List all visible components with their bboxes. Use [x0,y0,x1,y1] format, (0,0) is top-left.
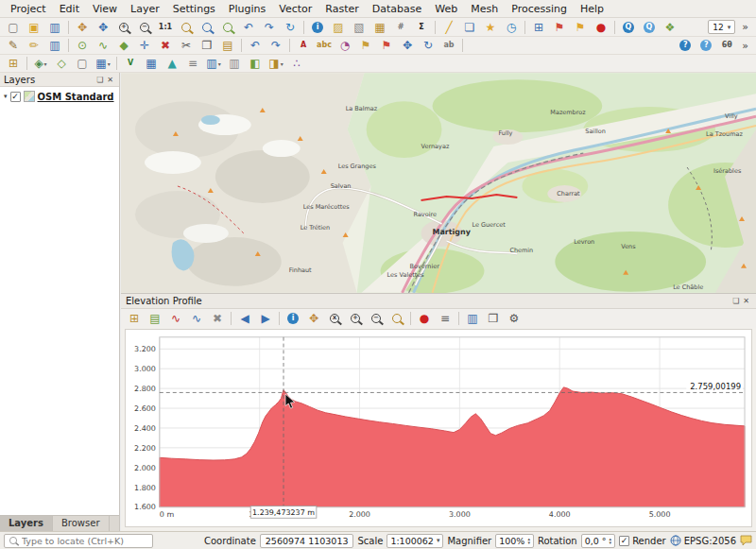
panel-tab-layers[interactable]: Layers [0,516,53,531]
toolbar-combo[interactable]: 12▾ [708,20,735,34]
text-annotation-icon[interactable]: A [294,38,313,54]
open-attribute-table-icon[interactable]: ▦ [370,19,389,35]
zoom-to-selection-icon[interactable] [198,19,216,35]
undock-panel-icon[interactable]: ❏ [730,297,741,305]
add-wms-layer-icon[interactable]: ◧ [246,56,265,72]
layer-item-osm-standard[interactable]: ▾ ✓ OSM Standard [2,90,117,103]
project-save-icon[interactable]: ▥ [45,19,64,35]
plugin-misc-icon[interactable]: ❖ [661,19,679,35]
menu-processing[interactable]: Processing [505,0,574,17]
coordinate-value[interactable]: 2560974 1103013 [260,534,354,548]
undo-icon[interactable]: ↶ [246,38,265,54]
zoom-x-axis-icon[interactable]: x [325,311,344,327]
locate-input[interactable] [22,536,148,546]
zoom-next-icon[interactable]: ↷ [260,19,279,35]
map-tips-icon[interactable]: ❏ [460,19,479,35]
identify-features-icon[interactable]: i [308,19,327,35]
menu-layer[interactable]: Layer [124,0,166,17]
nudge-right-icon[interactable]: ▶ [256,311,275,327]
rotation-spin[interactable]: 0,0 ° ▴▾ [581,534,615,548]
new-shapefile-icon[interactable]: ◇ [52,56,71,72]
save-edits-icon[interactable]: ▥ [45,38,64,54]
spin-arrows-icon[interactable]: ▴▾ [610,537,612,544]
menu-mesh[interactable]: Mesh [464,0,505,17]
menu-web[interactable]: Web [428,0,464,17]
magnifier-spin[interactable]: 100% ▴▾ [495,534,534,548]
expander-icon[interactable]: ▾ [4,93,8,100]
zoom-full-icon[interactable] [177,19,196,35]
layer-labeling-icon[interactable]: abc [315,38,334,54]
panel-tab-browser[interactable]: Browser [53,516,110,531]
add-point-cloud-icon[interactable]: ∴ [287,56,306,72]
plugin-extra-icon[interactable]: 6θ [717,38,736,54]
new-geopackage-icon[interactable]: ◈▾ [31,56,50,72]
show-pinned-labels-icon[interactable]: ⚑ [571,19,590,35]
print-profile-icon[interactable]: ❐ [484,311,503,327]
add-delimited-text-icon[interactable]: ≡ [183,56,202,72]
zoom-out-icon[interactable]: − [135,19,154,35]
render-checkbox[interactable]: ✓ Render [619,536,666,546]
zoom-full-profile-icon[interactable] [387,311,406,327]
metasearch-icon[interactable]: Q [619,19,638,35]
menu-plugins[interactable]: Plugins [222,0,272,17]
add-xyz-layer-icon[interactable]: ◨▾ [266,56,285,72]
profile-options-icon[interactable]: ⚙ [505,311,524,327]
snapping-toggle-icon[interactable]: ● [415,311,434,327]
spin-arrows-icon[interactable]: ▴▾ [527,537,530,544]
pin-labels-icon[interactable]: ⚑ [550,19,569,35]
zoom-native-icon[interactable]: 1:1 [156,19,175,35]
temporal-controller-icon[interactable]: ◷ [502,19,521,35]
add-point-feature-icon[interactable]: ⊙ [73,38,92,54]
rotate-label-icon[interactable]: ↻ [419,38,438,54]
help-2-icon[interactable]: ? [696,38,715,54]
map-refresh-icon[interactable]: ↻ [281,19,300,35]
menu-database[interactable]: Database [366,0,429,17]
layer-checkbox[interactable]: ✓ [10,92,21,102]
add-line-feature-icon[interactable]: ∿ [94,38,112,54]
new-map-view-icon[interactable]: ⊞ [529,19,548,35]
menu-settings[interactable]: Settings [166,0,222,17]
help-1-icon[interactable]: ? [676,38,695,54]
statistical-summary-icon[interactable]: Σ [412,19,431,35]
deselect-features-icon[interactable]: ▧ [350,19,369,35]
zoom-out-profile-icon[interactable]: − [367,311,386,327]
menu-view[interactable]: View [86,0,124,17]
add-mesh-layer-icon[interactable]: ▲ [163,56,181,72]
current-edits-icon[interactable]: ✎ [4,38,23,54]
capture-curve-icon[interactable]: ∿ [166,311,185,327]
menu-help[interactable]: Help [574,0,610,17]
layer-diagram-icon[interactable]: ◔ [335,38,354,54]
toolbar-overflow-1[interactable]: » [737,21,753,33]
copy-features-icon[interactable]: ❐ [198,38,216,54]
show-layer-tree-icon[interactable]: ▤ [146,311,164,327]
messages-icon[interactable] [740,535,752,546]
capture-curve-from-feature-icon[interactable]: ∿ [187,311,206,327]
data-source-manager-icon[interactable]: ⊞ [4,56,23,72]
map-canvas[interactable]: MartignyLe GuercetCharratFullyMazembrozS… [121,73,756,293]
new-spatialite-icon[interactable]: ▢ [73,56,92,72]
vertex-tool-icon[interactable]: ✛ [135,38,154,54]
add-raster-layer-icon[interactable]: ▦ [142,56,161,72]
elevation-chart[interactable]: 1.6001.8002.0002.2002.4002.6002.8003.000… [125,329,752,527]
project-new-icon[interactable]: ▢ [4,19,23,35]
qgis-resources-icon[interactable]: Q [640,19,659,35]
select-features-icon[interactable]: ▨ [329,19,348,35]
menu-project[interactable]: Project [4,0,53,17]
close-panel-icon[interactable]: ✕ [741,297,751,305]
zoom-in-icon[interactable]: + [114,19,133,35]
nudge-left-icon[interactable]: ◀ [235,311,254,327]
add-polygon-feature-icon[interactable]: ◆ [114,38,133,54]
undock-panel-icon[interactable]: ❏ [94,76,105,84]
clear-curve-icon[interactable]: ✖ [208,311,227,327]
identify-elevation-icon[interactable]: i [284,311,302,327]
new-bookmark-icon[interactable]: ★ [481,19,500,35]
new-virtual-layer-icon[interactable]: ▦▾ [94,56,112,72]
export-profile-icon[interactable]: ▥ [463,311,482,327]
pan-map-icon[interactable]: ✥ [73,19,92,35]
delete-selected-icon[interactable]: ✖ [156,38,175,54]
add-spatialite-layer-icon[interactable]: ▥ [225,56,244,72]
locate-box[interactable] [4,534,153,548]
menu-raster[interactable]: Raster [318,0,365,17]
checkbox-icon[interactable]: ✓ [619,536,629,546]
highlight-pinned-icon[interactable]: ⚑ [377,38,396,54]
